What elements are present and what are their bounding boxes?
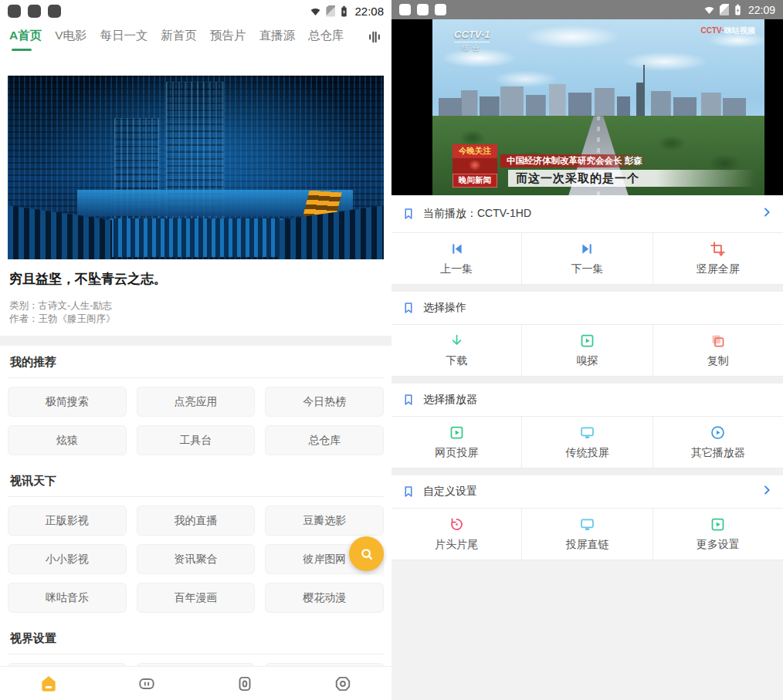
video-frame: CCTV-1 综合 CCTV·咪咕视频 今晚关注 晚间新闻 中国经济体制改革研究… [432,19,764,195]
equalizer-icon[interactable] [367,29,382,45]
list-header-当前播放：CCTV-1HD[interactable]: 当前播放：CCTV-1HD [392,195,783,233]
section-title: 我的推荐 [0,346,392,377]
skip-previous-icon [449,241,465,257]
action-上一集[interactable]: 上一集 [392,233,522,284]
no-sim-icon [326,5,335,17]
action-网页投屏[interactable]: 网页投屏 [392,417,522,468]
status-bar-left: 22:08 [0,0,392,22]
wifi-icon [310,6,321,16]
action-投屏直链[interactable]: 投屏直链 [522,509,652,560]
hero-image[interactable] [8,76,384,259]
cast-icon [579,424,595,441]
action-label: 其它播放器 [691,446,745,460]
header-label: 选择播放器 [423,393,477,407]
settings-icon[interactable] [333,674,353,694]
notification-icon [28,5,41,18]
shortcut-button-极简搜索[interactable]: 极简搜索 [8,387,127,417]
bookmark-icon [402,207,415,221]
tab-总仓库[interactable]: 总仓库 [308,28,344,51]
live-icon[interactable] [137,674,157,694]
copy-icon [710,333,726,349]
action-下载[interactable]: 下载 [392,325,522,376]
action-复制[interactable]: 复制 [653,325,783,376]
left-sections: 我的推荐极简搜索点亮应用今日热榜炫猿工具台总仓库视讯天下正版影视我的直播豆瓣选影… [0,346,392,700]
shortcut-button-我的直播[interactable]: 我的直播 [137,506,256,536]
replay-icon [449,516,465,533]
shortcut-button-豆瓣选影[interactable]: 豆瓣选影 [265,506,384,536]
action-label: 下载 [446,354,467,368]
daily-article[interactable]: 穷且益坚，不坠青云之志。 类别：古诗文-人生-励志 作者：王勃《滕王阁序》 [0,259,392,326]
shortcut-button-咪咕音乐[interactable]: 咪咕音乐 [8,583,127,613]
action-label: 投屏直链 [565,538,608,552]
play-square-icon [449,424,465,441]
tab-新首页[interactable]: 新首页 [161,28,198,51]
download-icon [449,333,465,349]
action-label: 复制 [707,354,729,368]
zero-icon[interactable] [235,674,255,694]
news-logo-ball [453,158,497,174]
search-fab[interactable] [349,536,384,571]
news-caption-subtitle: 而这一次采取的是一个 [508,170,755,187]
battery-icon [340,5,348,18]
empty-area [392,560,783,700]
tab-每日一文[interactable]: 每日一文 [100,28,148,51]
bottom-nav [0,666,392,700]
shortcut-button-樱花动漫[interactable]: 樱花动漫 [265,583,384,613]
action-下一集[interactable]: 下一集 [522,233,652,284]
skip-next-icon [579,241,595,257]
shortcut-grid: 正版影视我的直播豆瓣选影小小影视资讯聚合彼岸图网咪咕音乐百年漫画樱花动漫 [0,497,392,622]
action-更多设置[interactable]: 更多设置 [653,509,783,560]
list-header-选择播放器: 选择播放器 [392,384,783,417]
player-controls: 当前播放：CCTV-1HD上一集下一集竖屏全屏选择操作下载嗅探复制选择播放器网页… [392,195,783,700]
no-sim-icon [720,4,729,15]
action-label: 网页投屏 [435,446,478,460]
section-title: 视界设置 [0,622,392,654]
shortcut-button-小小影视[interactable]: 小小影视 [8,544,127,574]
section-title: 视讯天下 [0,465,392,496]
action-label: 上一集 [440,262,473,276]
video-player[interactable]: CCTV-1 综合 CCTV·咪咕视频 今晚关注 晚间新闻 中国经济体制改革研究… [392,19,783,195]
shortcut-button-工具台[interactable]: 工具台 [137,425,256,455]
header-label: 自定义设置 [423,485,477,499]
list-header-选择操作: 选择操作 [392,292,783,325]
channel-logo: CCTV-1 综合 [454,29,490,53]
clock-text: 22:09 [748,4,775,16]
header-label: 当前播放：CCTV-1HD [423,207,531,221]
tab-A首页[interactable]: A首页 [9,28,42,51]
shortcut-button-百年漫画[interactable]: 百年漫画 [137,583,256,613]
shortcut-button-资讯聚合[interactable]: 资讯聚合 [137,544,256,574]
tab-直播源[interactable]: 直播源 [259,28,296,51]
action-label: 下一集 [571,262,603,276]
action-片头片尾[interactable]: 片头片尾 [392,509,522,560]
section-我的推荐: 我的推荐极简搜索点亮应用今日热榜炫猿工具台总仓库 [0,346,392,465]
search-icon [358,546,375,563]
shortcut-button-总仓库[interactable]: 总仓库 [265,425,384,455]
action-grid: 下载嗅探复制 [392,325,783,377]
action-label: 竖屏全屏 [697,262,740,276]
shortcut-button-今日热榜[interactable]: 今日热榜 [265,387,384,417]
watermark: CCTV·咪咕视频 [700,25,755,36]
section-separator [0,336,392,346]
action-grid: 网页投屏传统投屏其它播放器 [392,417,783,468]
tab-V电影[interactable]: V电影 [55,28,86,51]
status-bar-right: 22:09 [392,0,783,19]
list-header-自定义设置[interactable]: 自定义设置 [392,475,783,509]
bookmark-icon [402,301,415,315]
shortcut-button-炫猿[interactable]: 炫猿 [8,425,127,455]
notification-icon [8,5,21,18]
notification-icon [435,4,446,15]
action-label: 嗅探 [576,354,598,368]
crop-rotate-icon [710,241,726,257]
section-gap [392,377,783,384]
right-phone-panel: 22:09 CCTV-1 综合 CCTV·咪咕视频 今晚关注 晚间新闻 中国经济… [392,0,783,700]
action-传统投屏[interactable]: 传统投屏 [522,417,652,468]
shortcut-button-点亮应用[interactable]: 点亮应用 [137,387,256,417]
article-category: 类别：古诗文-人生-励志 [9,299,382,313]
shortcut-button-正版影视[interactable]: 正版影视 [8,506,127,536]
action-竖屏全屏[interactable]: 竖屏全屏 [653,233,783,284]
action-嗅探[interactable]: 嗅探 [522,325,652,376]
home-icon[interactable] [39,674,59,694]
news-caption-speaker: 中国经济体制改革研究会会长 彭森 [500,154,649,167]
tab-预告片[interactable]: 预告片 [210,28,246,51]
action-其它播放器[interactable]: 其它播放器 [653,417,783,468]
